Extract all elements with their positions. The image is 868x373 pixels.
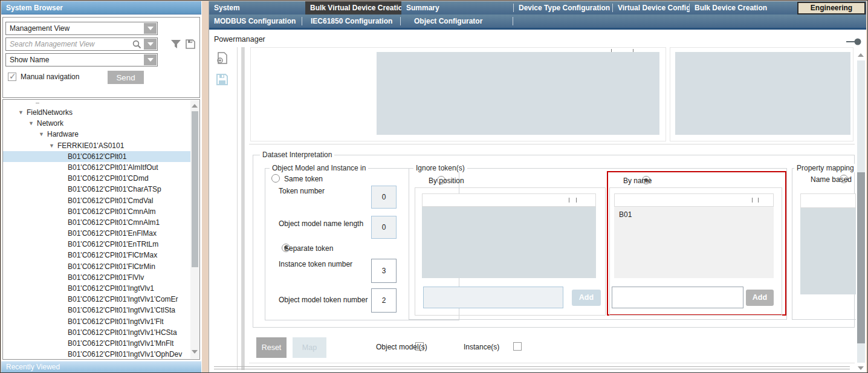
tree-item[interactable]: B01'C0612'CPlt01'IngtVlv1'CtlSta	[3, 305, 199, 316]
tree-item[interactable]: ▼Network	[3, 118, 199, 129]
tree-item[interactable]: B01'C0612'CPlt01'CmnAlm1	[3, 217, 199, 228]
tree-item[interactable]: B01'C0612'CPlt01'CDmd	[3, 173, 199, 184]
tree-item[interactable]: B01'C0612'CPlt01'AlmItfOut	[3, 162, 199, 173]
application-window: System Browser Management View Search Ma…	[0, 0, 868, 373]
tree-item[interactable]: ▼Hardware	[3, 129, 199, 140]
filter-icon[interactable]	[170, 39, 181, 50]
scroll-up-icon[interactable]	[858, 53, 864, 57]
search-icon[interactable]	[132, 40, 141, 49]
view-mode-value: Management View	[10, 24, 70, 33]
tree-scrollbar-thumb[interactable]	[192, 111, 198, 267]
page-title: Powermanager	[214, 35, 265, 44]
by-name-list-header	[614, 193, 774, 207]
chevron-down-icon[interactable]	[144, 23, 157, 34]
instance-token-input[interactable]: 3	[371, 259, 397, 283]
object-model-token-label: Object model token number	[279, 296, 368, 304]
by-name-list-item[interactable]: B01	[614, 207, 774, 219]
tab-virtual-device-configuration[interactable]: Virtual Device Configuration	[613, 1, 689, 15]
main-scrollbar[interactable]	[856, 47, 866, 372]
tree-expand-icon[interactable]: ▼	[3, 140, 57, 151]
by-position-add-button: Add	[572, 290, 601, 306]
import-document-icon[interactable]	[216, 52, 228, 64]
recently-viewed-bar[interactable]: Recently Viewed	[1, 361, 201, 372]
view-mode-select[interactable]: Management View	[5, 22, 158, 35]
tab-engineering[interactable]: Engineering	[797, 2, 866, 15]
pin-icon[interactable]	[846, 38, 862, 45]
main-panel: System Bulk Virtual Device Creation Summ…	[209, 1, 866, 373]
tree: ▼FieldNetworks▼Network▼Hardware▼FERRKIE0…	[2, 99, 200, 360]
tree-item[interactable]: B01'C0612'CPlt01'CharATSp	[3, 184, 199, 195]
tab-iec61850-configuration[interactable]: IEC61850 Configuration	[302, 15, 400, 28]
by-position-list-header	[422, 193, 596, 207]
tab-summary[interactable]: Summary	[401, 1, 513, 15]
tree-item[interactable]: B01'C0612'CPlt01'CmnAlm	[3, 206, 199, 217]
tree-item[interactable]: B01'C0612'CPlt01'EnTRtLm	[3, 239, 199, 250]
tree-indent	[3, 349, 68, 360]
object-model-token-input[interactable]: 2	[371, 288, 397, 313]
scroll-down-icon[interactable]	[858, 366, 864, 370]
by-name-add-button[interactable]: Add	[746, 290, 774, 306]
scroll-up-icon[interactable]	[192, 104, 198, 108]
display-mode-select[interactable]: Show Name	[5, 53, 158, 66]
tree-item[interactable]: B01'C0612'CPlt01'FlVlv	[3, 272, 199, 283]
tree-expand-icon[interactable]: ▼	[3, 129, 47, 140]
tab-device-type-configuration[interactable]: Device Type Configuration	[514, 1, 612, 15]
tree-item[interactable]: B01'C0612'CPlt01'IngtVlv1	[3, 283, 199, 294]
tree-item[interactable]: B01'C0612'CPlt01'IngtVlv1'ComEr	[3, 294, 199, 305]
tree-item[interactable]: B01'C0612'CPlt01'IngtVlv1'HCSta	[3, 327, 199, 338]
splitter-handle[interactable]	[242, 47, 242, 370]
tree-scrollbar[interactable]	[190, 100, 199, 358]
divider	[249, 363, 855, 363]
horizontal-scrollbar-track[interactable]	[214, 366, 850, 367]
search-options-chevron-icon[interactable]	[144, 39, 157, 50]
same-token-radio[interactable]	[271, 174, 280, 183]
tree-indent	[3, 272, 68, 283]
save-filter-icon[interactable]	[185, 39, 196, 50]
tree-item[interactable]: B01'C0612'CPlt01'IngtVlv1'MnFlt	[3, 338, 199, 349]
reset-button[interactable]: Reset	[256, 337, 287, 358]
tree-item[interactable]: B01'C0612'CPlt01'EnFlMax	[3, 228, 199, 239]
scroll-down-icon[interactable]	[192, 350, 198, 354]
instances-checkbox[interactable]	[513, 342, 522, 351]
chevron-down-icon[interactable]	[144, 54, 157, 65]
tree-item[interactable]: B01'C0612'CPlt01	[3, 151, 199, 162]
tree-item-label: B01'C0612'CPlt01'IngtVlv1'Flt	[68, 316, 164, 327]
search-input[interactable]: Search Management View	[5, 37, 158, 51]
tab-system[interactable]: System	[209, 1, 305, 15]
tree-item[interactable]: B01'C0612'CPlt01'FlCtrMin	[3, 261, 199, 272]
splitter-handle[interactable]	[244, 47, 244, 370]
tree-expand-icon[interactable]: ▼	[3, 118, 37, 129]
tree-item[interactable]: B01'C0612'CPlt01'IngtVlv1'OphDev	[3, 349, 199, 360]
map-button: Map	[293, 337, 326, 358]
tab-bulk-virtual-device-creation[interactable]: Bulk Virtual Device Creation	[305, 1, 401, 15]
tab-modbus-configuration[interactable]: MODBUS Configuration	[209, 15, 301, 28]
tree-item-label: B01'C0612'CPlt01'FlVlv	[68, 272, 144, 283]
tree-item[interactable]: B01'C0612'CPlt01'IngtVlv1'Flt	[3, 316, 199, 327]
tree-item-label: FieldNetworks	[27, 107, 73, 118]
manual-navigation-checkbox[interactable]	[8, 73, 16, 81]
clipped-list-body	[377, 52, 659, 135]
tab-object-configurator[interactable]: Object Configurator	[401, 15, 512, 28]
same-token-label: Same token	[284, 175, 323, 183]
tree-indent	[3, 239, 68, 250]
tree-item-label: B01'C0612'CPlt01'IngtVlv1'OphDev	[68, 349, 182, 360]
tree-item[interactable]: ▼FERRKIE01'AS0101	[3, 140, 199, 151]
property-mapping-list	[800, 208, 856, 294]
tree-item[interactable]: ▼FieldNetworks	[3, 107, 199, 118]
tree-item-label: B01'C0612'CPlt01'FlCtrMin	[68, 261, 155, 272]
tree-item-label: B01'C0612'CPlt01'EnFlMax	[68, 228, 157, 239]
tree-indent	[3, 151, 68, 162]
tree-indent	[3, 261, 68, 272]
by-name-token-input[interactable]	[612, 287, 743, 308]
tree-item[interactable]: B01'C0612'CPlt01'FlCtrMax	[3, 250, 199, 261]
save-icon[interactable]	[216, 74, 228, 85]
tree-expand-icon[interactable]: ▼	[3, 107, 27, 118]
tree-item-label: Hardware	[47, 129, 79, 140]
tree-indent	[3, 338, 68, 349]
tab-bar-row2: MODBUS Configuration IEC61850 Configurat…	[209, 15, 866, 28]
send-button[interactable]: Send	[108, 71, 144, 84]
tab-bulk-device-creation[interactable]: Bulk Device Creation	[690, 1, 796, 15]
horizontal-scrollbar-track[interactable]	[214, 369, 850, 369]
tree-item[interactable]: B01'C0612'CPlt01'CmdVal	[3, 195, 199, 206]
main-scrollbar-thumb[interactable]	[857, 172, 865, 343]
